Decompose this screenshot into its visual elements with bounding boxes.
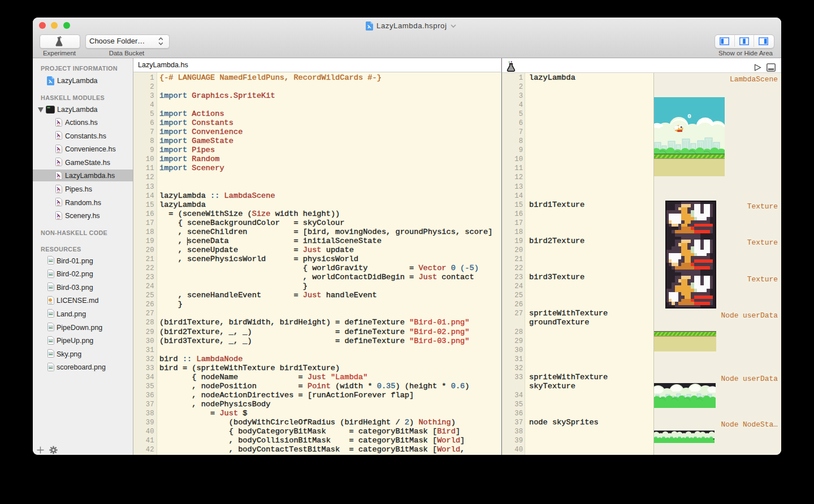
svg-text:0: 0 [687, 112, 691, 120]
